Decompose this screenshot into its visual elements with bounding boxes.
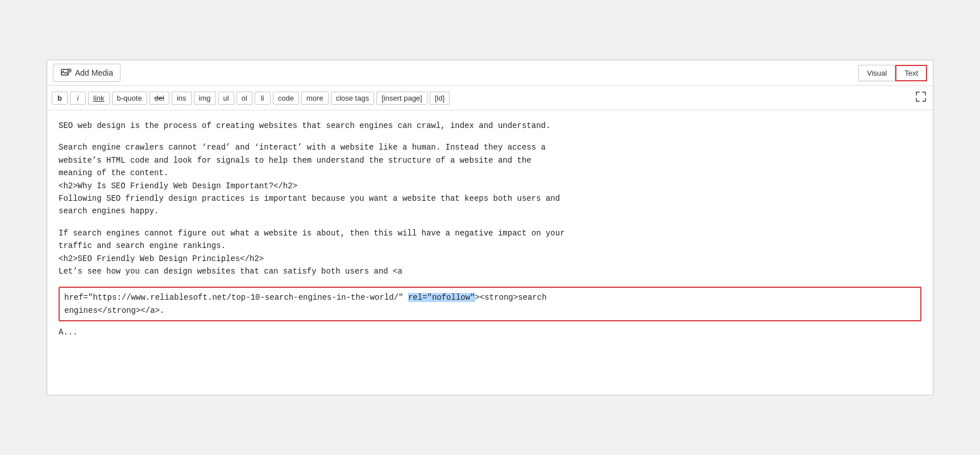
paragraph-3: If search engines cannot figure out what… <box>59 227 921 278</box>
toolbar-italic-button[interactable]: i <box>70 92 86 105</box>
toolbar-close-tags-button[interactable]: close tags <box>331 92 375 105</box>
add-media-icon <box>60 67 72 78</box>
toolbar-ol-button[interactable]: ol <box>236 92 252 105</box>
add-media-label: Add Media <box>75 68 113 77</box>
top-bar: Add Media Visual Text <box>47 60 933 86</box>
toolbar-del-button[interactable]: del <box>150 92 169 105</box>
highlight-before-text: href="https://www.reliablesoft.net/top-1… <box>64 293 408 302</box>
highlighted-section: href="https://www.reliablesoft.net/top-1… <box>59 287 921 321</box>
view-tabs: Visual Text <box>858 65 927 81</box>
paragraph-1: SEO web design is the process of creatin… <box>59 119 921 132</box>
toolbar-link-button[interactable]: link <box>88 92 110 105</box>
add-media-button[interactable]: Add Media <box>53 64 121 82</box>
toolbar-code-button[interactable]: code <box>273 92 299 105</box>
toolbar: b i link b-quote del ins img ul ol li co… <box>47 86 933 110</box>
content-area[interactable]: SEO web design is the process of creatin… <box>47 110 933 395</box>
text-tab[interactable]: Text <box>895 65 927 81</box>
toolbar-insert-page-button[interactable]: [insert page] <box>376 92 427 105</box>
toolbar-ul-button[interactable]: ul <box>218 92 234 105</box>
highlight-line2: engines</strong></a>. <box>64 306 164 315</box>
highlighted-nofollow: rel="nofollow" <box>408 293 475 302</box>
fullscreen-button[interactable] <box>913 89 928 106</box>
toolbar-ld-button[interactable]: [ld] <box>430 92 450 105</box>
editor-container: Add Media Visual Text b i link b-quote d… <box>47 60 933 395</box>
fullscreen-icon <box>916 92 926 102</box>
toolbar-li-button[interactable]: li <box>255 92 271 105</box>
toolbar-ins-button[interactable]: ins <box>172 92 192 105</box>
toolbar-img-button[interactable]: img <box>194 92 216 105</box>
highlight-after-text: ><strong>search <box>475 293 547 302</box>
toolbar-bquote-button[interactable]: b-quote <box>112 92 147 105</box>
toolbar-bold-button[interactable]: b <box>52 92 68 105</box>
visual-tab[interactable]: Visual <box>858 65 895 81</box>
paragraph-2: Search engine crawlers cannot ‘read’ and… <box>59 141 921 217</box>
paragraph-4: A... <box>59 326 921 338</box>
toolbar-more-button[interactable]: more <box>301 92 329 105</box>
